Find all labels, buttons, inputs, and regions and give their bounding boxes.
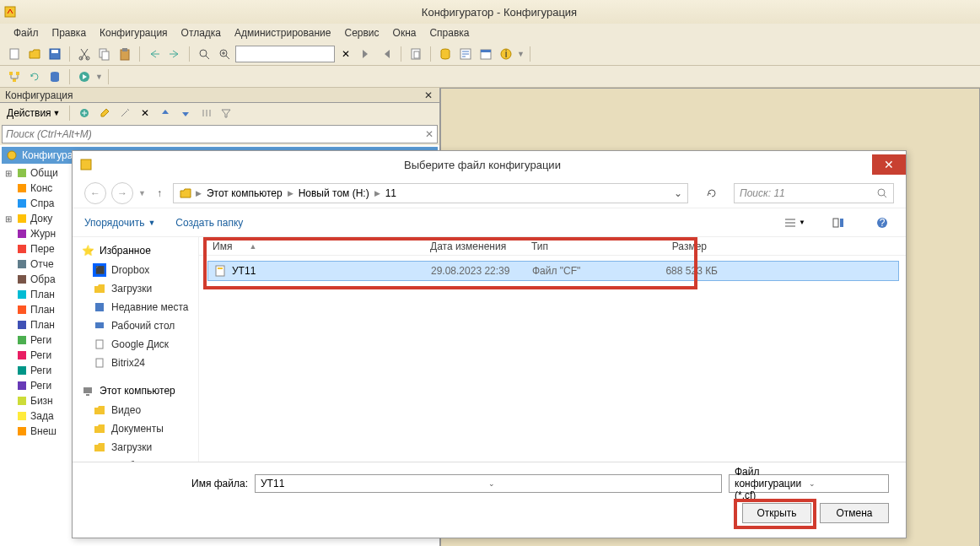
cancel-button[interactable]: Отмена — [820, 503, 889, 523]
svg-rect-29 — [18, 199, 26, 208]
menu-admin[interactable]: Администрирование — [229, 25, 336, 41]
nav-forward-icon[interactable]: → — [111, 182, 133, 204]
tb-paste-icon[interactable] — [116, 45, 134, 63]
menu-bar: Файл Правка Конфигурация Отладка Админис… — [0, 24, 980, 42]
dialog-search[interactable]: Поиск: 11 — [734, 183, 894, 203]
panel-title-bar: Конфигурация ✕ — [0, 88, 439, 103]
svg-rect-41 — [18, 381, 26, 390]
ptb-down-icon[interactable] — [176, 104, 195, 122]
crumb-folder[interactable]: 11 — [384, 187, 398, 199]
main-toolbar: ✕ i ▼ — [0, 42, 980, 66]
tb-dbupdate-icon[interactable] — [46, 68, 64, 86]
menu-windows[interactable]: Окна — [388, 25, 422, 41]
ptb-edit-icon[interactable] — [95, 104, 114, 122]
sidebar-item-bitrix[interactable]: Bitrix24 — [73, 354, 198, 372]
svg-rect-44 — [18, 427, 26, 435]
tb-db-icon[interactable] — [436, 45, 455, 63]
view-preview-icon[interactable] — [827, 214, 850, 232]
menu-help[interactable]: Справка — [424, 25, 474, 41]
tb-syntax-icon[interactable] — [456, 45, 475, 63]
ptb-delete-icon[interactable]: ✕ — [136, 104, 154, 122]
sidebar-item-downloads[interactable]: Загрузки — [73, 279, 198, 298]
thispc-header[interactable]: Этот компьютер — [73, 381, 198, 401]
tb-calendar-icon[interactable] — [477, 45, 495, 63]
tb-new-icon[interactable] — [5, 45, 24, 63]
menu-debug[interactable]: Отладка — [176, 25, 226, 41]
menu-service[interactable]: Сервис — [339, 25, 384, 41]
ptb-filter-icon[interactable] — [217, 104, 235, 122]
svg-rect-9 — [122, 48, 127, 51]
sidebar-item-documents[interactable]: Документы — [73, 419, 198, 438]
tb-play-icon[interactable] — [75, 68, 94, 86]
sidebar-item-dropbox[interactable]: ⬛Dropbox — [73, 261, 198, 279]
file-list[interactable]: Имя▲ Дата изменения Тип Размер УТ11 29.0… — [199, 237, 906, 462]
path-dropdown-icon[interactable]: ⌄ — [674, 187, 682, 199]
favorites-header[interactable]: ⭐Избранное — [73, 241, 198, 261]
sidebar-item-desktop[interactable]: Рабочий стол — [73, 316, 198, 335]
path-bar[interactable]: ▶ Этот компьютер ▶ Новый том (H:) ▶ 11 ⌄ — [173, 183, 688, 203]
ptb-sort-icon[interactable] — [197, 104, 215, 122]
panel-search-input[interactable] — [6, 128, 425, 140]
tb-next-icon[interactable] — [357, 45, 375, 63]
help-icon[interactable]: ? — [870, 214, 894, 232]
sidebar-item-video[interactable]: Видео — [73, 401, 198, 419]
menu-file[interactable]: Файл — [8, 25, 44, 41]
organize-dropdown[interactable]: Упорядочить▼ — [84, 217, 155, 229]
crumb-vol[interactable]: Новый том (H:) — [297, 187, 371, 199]
view-details-icon[interactable]: ▼ — [783, 214, 806, 232]
svg-rect-22 — [13, 78, 16, 82]
ptb-wand-icon[interactable] — [116, 104, 134, 122]
folder-icon — [93, 441, 106, 454]
svg-rect-54 — [96, 359, 103, 367]
tb-open-icon[interactable] — [25, 45, 44, 63]
tb-struct-icon[interactable] — [5, 68, 24, 86]
tb-redo-icon[interactable] — [165, 45, 184, 63]
panel-search[interactable]: ✕ — [2, 125, 438, 143]
dialog-nav: ← → ▼ ↑ ▶ Этот компьютер ▶ Новый том (H:… — [73, 178, 906, 208]
file-icon — [93, 338, 106, 351]
filetype-select[interactable]: Файл конфигурации (*.cf)⌄ — [729, 474, 889, 493]
menu-edit[interactable]: Правка — [47, 25, 92, 41]
crumb-root[interactable]: Этот компьютер — [205, 187, 284, 199]
filename-input[interactable]: УТ11⌄ — [255, 474, 722, 493]
svg-point-10 — [200, 50, 207, 57]
tb-search-input[interactable] — [235, 46, 335, 62]
tb-copy-icon[interactable] — [95, 45, 114, 63]
panel-close-icon[interactable]: ✕ — [423, 89, 434, 101]
new-folder-button[interactable]: Создать папку — [175, 217, 243, 229]
dialog-close-icon[interactable]: ✕ — [872, 154, 906, 175]
sidebar-item-recent[interactable]: Недавние места — [73, 298, 198, 316]
nav-back-icon[interactable]: ← — [84, 182, 106, 204]
tb-cut-icon[interactable] — [75, 45, 94, 63]
nav-refresh-icon[interactable] — [702, 183, 722, 203]
sidebar-item-downloads2[interactable]: Загрузки — [73, 438, 198, 457]
tb-refresh-icon[interactable] — [25, 68, 44, 86]
second-toolbar: ▼ — [0, 66, 980, 88]
actions-dropdown[interactable]: Действия▼ — [3, 105, 64, 121]
search-clear-icon[interactable]: ✕ — [425, 128, 433, 140]
folder-icon — [93, 422, 106, 435]
ptb-up-icon[interactable] — [156, 104, 175, 122]
nav-up-icon[interactable]: ↑ — [151, 185, 168, 202]
tb-zoom-icon[interactable] — [215, 45, 234, 63]
ptb-add-icon[interactable] — [75, 104, 94, 122]
svg-rect-27 — [18, 169, 26, 177]
dialog-footer: Имя файла: УТ11⌄ Файл конфигурации (*.cf… — [73, 462, 906, 538]
menu-config[interactable]: Конфигурация — [94, 25, 173, 41]
tb-undo-icon[interactable] — [145, 45, 164, 63]
svg-rect-39 — [18, 351, 26, 359]
sidebar-item-gdrive[interactable]: Google Диск — [73, 335, 198, 354]
file-dialog: Выберите файл конфигурации ✕ ← → ▼ ↑ ▶ Э… — [72, 150, 907, 538]
svg-rect-34 — [18, 275, 26, 284]
sidebar[interactable]: ⭐Избранное ⬛Dropbox Загрузки Недавние ме… — [73, 237, 199, 462]
svg-rect-13 — [414, 51, 419, 58]
tb-doc-icon[interactable] — [407, 45, 425, 63]
star-icon: ⭐ — [81, 244, 94, 257]
tb-save-icon[interactable] — [46, 45, 64, 63]
svg-rect-37 — [18, 321, 26, 329]
tb-clear-icon[interactable]: ✕ — [337, 45, 355, 63]
tb-prev-icon[interactable] — [377, 45, 396, 63]
tb-find-icon[interactable] — [195, 45, 213, 63]
tb-info-icon[interactable]: i — [497, 45, 515, 63]
svg-rect-31 — [18, 230, 26, 238]
